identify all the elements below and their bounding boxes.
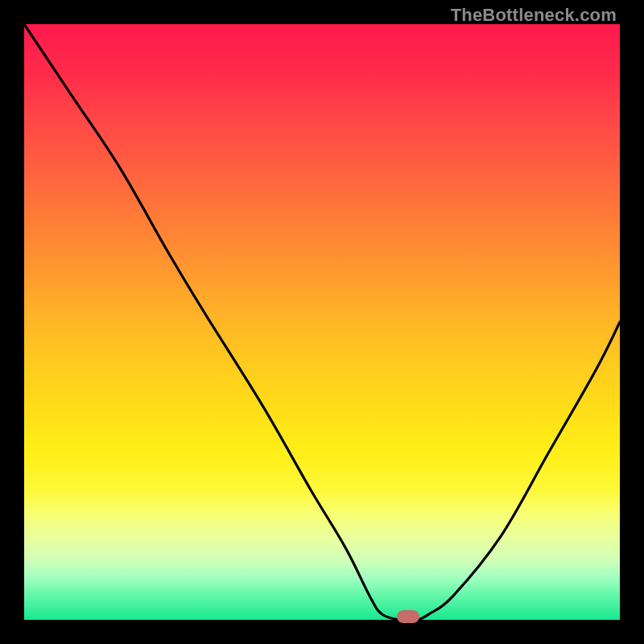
optimal-marker (397, 610, 419, 623)
watermark-text: TheBottleneck.com (451, 5, 617, 26)
bottleneck-curve (24, 24, 620, 620)
chart-frame: TheBottleneck.com (0, 0, 644, 644)
